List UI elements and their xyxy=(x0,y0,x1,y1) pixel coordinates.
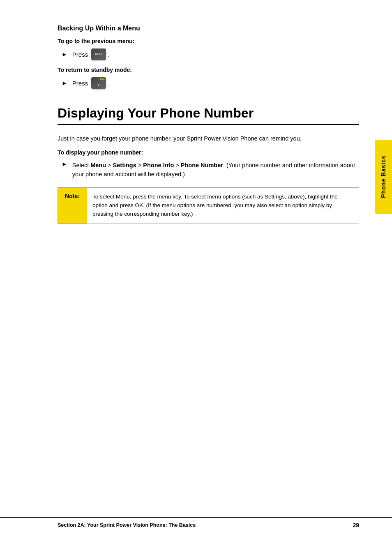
phone-number-body: Just in case you forget your phone numbe… xyxy=(58,134,359,143)
end-key-sub: ■ xyxy=(98,83,99,86)
back-key-label: BACK xyxy=(95,53,103,55)
bullet-arrow-2: ► xyxy=(62,80,67,86)
press-back-item: ► Press BACK . xyxy=(62,48,359,60)
phone-number-bold: Phone Number xyxy=(181,162,223,168)
page-container: Phone Basics Backing Up Within a Menu To… xyxy=(0,0,392,549)
bullet-arrow-3: ► xyxy=(62,161,67,167)
press-label-2: Press xyxy=(72,80,88,87)
to-previous-label: To go to the previous menu: xyxy=(58,38,359,44)
period-1: . xyxy=(107,51,109,58)
press-label-1: Press xyxy=(72,51,88,58)
to-standby-label: To return to standby mode: xyxy=(58,67,359,73)
settings-bold: Settings xyxy=(113,162,136,168)
page-footer: Section 2A: Your Sprint Power Vision Pho… xyxy=(0,517,392,528)
menu-bold: Menu xyxy=(90,162,106,168)
note-box: Note: To select Menu, press the menu key… xyxy=(58,187,359,224)
bullet-arrow-1: ► xyxy=(62,51,67,58)
back-key-button: BACK xyxy=(91,48,106,60)
note-label: Note: xyxy=(65,193,80,199)
note-content: To select Menu, press the menu key. To s… xyxy=(87,188,359,224)
phone-info-bold: Phone Info xyxy=(143,162,174,168)
side-tab-label: Phone Basics xyxy=(380,155,387,198)
backing-up-section: Backing Up Within a Menu To go to the pr… xyxy=(58,25,359,89)
press-end-item: ► Press END ■ . xyxy=(62,77,359,89)
backing-up-heading: Backing Up Within a Menu xyxy=(58,25,359,32)
end-key-top-label: END xyxy=(100,78,105,81)
note-label-cell: Note: xyxy=(58,188,87,224)
footer-section-text: Section 2A: Your Sprint Power Vision Pho… xyxy=(58,522,196,528)
footer-page-number: 29 xyxy=(353,522,359,528)
select-instruction-text: Select Menu > Settings > Phone Info > Ph… xyxy=(72,161,359,179)
phone-number-section: Displaying Your Phone Number Just in cas… xyxy=(58,105,359,224)
end-key-button: END ■ xyxy=(91,77,106,89)
to-display-label: To display your phone number: xyxy=(58,149,359,156)
side-tab: Phone Basics xyxy=(375,140,392,214)
phone-number-title: Displaying Your Phone Number xyxy=(58,105,359,121)
select-menu-item: ► Select Menu > Settings > Phone Info > … xyxy=(62,161,359,179)
title-divider xyxy=(58,124,359,125)
period-2: . xyxy=(107,80,109,87)
